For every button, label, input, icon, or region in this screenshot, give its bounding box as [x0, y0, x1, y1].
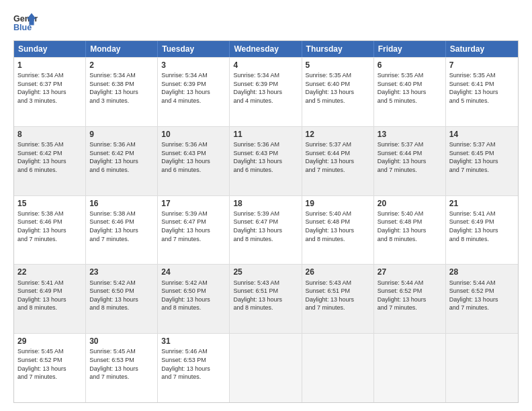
calendar-cell: 18Sunrise: 5:39 AMSunset: 6:47 PMDayligh… [230, 196, 302, 265]
weekday-header: Wednesday [230, 41, 302, 57]
weekday-header: Saturday [446, 41, 518, 57]
cell-info: Sunrise: 5:36 AMSunset: 6:43 PMDaylight:… [161, 140, 226, 174]
day-number: 1 [17, 60, 82, 71]
cell-info: Sunrise: 5:34 AMSunset: 6:39 PMDaylight:… [161, 71, 226, 105]
day-number: 18 [233, 198, 298, 209]
calendar-cell: 23Sunrise: 5:42 AMSunset: 6:50 PMDayligh… [86, 265, 158, 333]
day-number: 28 [449, 267, 515, 277]
calendar-cell: 19Sunrise: 5:40 AMSunset: 6:48 PMDayligh… [302, 196, 374, 265]
calendar-cell [446, 334, 518, 402]
day-number: 4 [233, 60, 298, 71]
calendar-cell: 24Sunrise: 5:42 AMSunset: 6:50 PMDayligh… [158, 265, 230, 333]
day-number: 31 [161, 336, 226, 347]
calendar-cell: 11Sunrise: 5:36 AMSunset: 6:43 PMDayligh… [230, 127, 302, 195]
calendar-cell: 1Sunrise: 5:34 AMSunset: 6:37 PMDaylight… [14, 58, 86, 126]
calendar-cell: 20Sunrise: 5:40 AMSunset: 6:48 PMDayligh… [374, 196, 446, 265]
day-number: 12 [306, 129, 370, 140]
day-number: 13 [378, 129, 442, 140]
calendar-cell [302, 334, 374, 402]
day-number: 16 [89, 198, 154, 209]
cell-info: Sunrise: 5:39 AMSunset: 6:47 PMDaylight:… [161, 210, 226, 243]
day-number: 3 [161, 60, 226, 71]
day-number: 24 [161, 267, 226, 277]
calendar-cell: 25Sunrise: 5:43 AMSunset: 6:51 PMDayligh… [230, 265, 302, 333]
cell-info: Sunrise: 5:36 AMSunset: 6:42 PMDaylight:… [89, 140, 154, 174]
calendar-cell: 13Sunrise: 5:37 AMSunset: 6:44 PMDayligh… [374, 127, 446, 195]
weekday-header: Thursday [302, 41, 374, 57]
header: General Blue [13, 11, 519, 35]
calendar-cell: 29Sunrise: 5:45 AMSunset: 6:52 PMDayligh… [14, 334, 86, 402]
cell-info: Sunrise: 5:35 AMSunset: 6:42 PMDaylight:… [17, 140, 82, 174]
calendar-cell: 8Sunrise: 5:35 AMSunset: 6:42 PMDaylight… [14, 127, 86, 195]
day-number: 9 [89, 129, 154, 140]
cell-info: Sunrise: 5:37 AMSunset: 6:44 PMDaylight:… [378, 140, 442, 174]
weekday-header: Sunday [14, 41, 86, 57]
calendar-row: 29Sunrise: 5:45 AMSunset: 6:52 PMDayligh… [14, 333, 518, 402]
calendar-cell: 27Sunrise: 5:44 AMSunset: 6:52 PMDayligh… [374, 265, 446, 333]
calendar-cell: 2Sunrise: 5:34 AMSunset: 6:38 PMDaylight… [86, 58, 158, 126]
day-number: 20 [378, 198, 442, 209]
cell-info: Sunrise: 5:35 AMSunset: 6:40 PMDaylight:… [306, 71, 370, 105]
day-number: 30 [89, 336, 154, 347]
day-number: 2 [89, 60, 154, 71]
calendar-cell [374, 334, 446, 402]
weekday-header: Monday [86, 41, 158, 57]
cell-info: Sunrise: 5:46 AMSunset: 6:53 PMDaylight:… [161, 347, 226, 381]
day-number: 10 [161, 129, 226, 140]
calendar-cell: 15Sunrise: 5:38 AMSunset: 6:46 PMDayligh… [14, 196, 86, 265]
cell-info: Sunrise: 5:38 AMSunset: 6:46 PMDaylight:… [89, 210, 154, 243]
cell-info: Sunrise: 5:41 AMSunset: 6:49 PMDaylight:… [17, 279, 82, 312]
calendar-row: 15Sunrise: 5:38 AMSunset: 6:46 PMDayligh… [14, 195, 518, 265]
cell-info: Sunrise: 5:45 AMSunset: 6:52 PMDaylight:… [17, 347, 82, 381]
calendar-cell: 4Sunrise: 5:34 AMSunset: 6:39 PMDaylight… [230, 58, 302, 126]
day-number: 17 [161, 198, 226, 209]
calendar-cell: 31Sunrise: 5:46 AMSunset: 6:53 PMDayligh… [158, 334, 230, 402]
calendar-cell: 17Sunrise: 5:39 AMSunset: 6:47 PMDayligh… [158, 196, 230, 265]
calendar-cell: 12Sunrise: 5:37 AMSunset: 6:44 PMDayligh… [302, 127, 374, 195]
calendar-row: 8Sunrise: 5:35 AMSunset: 6:42 PMDaylight… [14, 126, 518, 195]
cell-info: Sunrise: 5:45 AMSunset: 6:53 PMDaylight:… [89, 347, 154, 381]
cell-info: Sunrise: 5:34 AMSunset: 6:39 PMDaylight:… [233, 71, 298, 105]
logo-icon: General Blue [13, 11, 38, 35]
cell-info: Sunrise: 5:41 AMSunset: 6:49 PMDaylight:… [449, 210, 515, 243]
day-number: 6 [378, 60, 442, 71]
cell-info: Sunrise: 5:44 AMSunset: 6:52 PMDaylight:… [449, 279, 515, 312]
calendar-cell: 6Sunrise: 5:35 AMSunset: 6:40 PMDaylight… [374, 58, 446, 126]
day-number: 29 [17, 336, 82, 347]
calendar-cell: 21Sunrise: 5:41 AMSunset: 6:49 PMDayligh… [446, 196, 518, 265]
day-number: 8 [17, 129, 82, 140]
calendar-cell: 9Sunrise: 5:36 AMSunset: 6:42 PMDaylight… [86, 127, 158, 195]
calendar-header: SundayMondayTuesdayWednesdayThursdayFrid… [14, 41, 518, 57]
day-number: 21 [449, 198, 515, 209]
calendar-cell: 30Sunrise: 5:45 AMSunset: 6:53 PMDayligh… [86, 334, 158, 402]
day-number: 23 [89, 267, 154, 277]
cell-info: Sunrise: 5:37 AMSunset: 6:45 PMDaylight:… [449, 140, 515, 174]
calendar-cell: 3Sunrise: 5:34 AMSunset: 6:39 PMDaylight… [158, 58, 230, 126]
day-number: 27 [378, 267, 442, 277]
cell-info: Sunrise: 5:42 AMSunset: 6:50 PMDaylight:… [161, 279, 226, 312]
cell-info: Sunrise: 5:36 AMSunset: 6:43 PMDaylight:… [233, 140, 298, 174]
cell-info: Sunrise: 5:39 AMSunset: 6:47 PMDaylight:… [233, 210, 298, 243]
page: General Blue SundayMondayTuesdayWednesda… [0, 0, 532, 411]
cell-info: Sunrise: 5:40 AMSunset: 6:48 PMDaylight:… [378, 210, 442, 243]
day-number: 14 [449, 129, 515, 140]
calendar-cell [230, 334, 302, 402]
weekday-header: Tuesday [158, 41, 230, 57]
weekday-header: Friday [374, 41, 446, 57]
day-number: 7 [449, 60, 515, 71]
cell-info: Sunrise: 5:34 AMSunset: 6:37 PMDaylight:… [17, 71, 82, 105]
calendar-row: 1Sunrise: 5:34 AMSunset: 6:37 PMDaylight… [14, 57, 518, 126]
day-number: 19 [306, 198, 370, 209]
calendar-cell: 28Sunrise: 5:44 AMSunset: 6:52 PMDayligh… [446, 265, 518, 333]
day-number: 26 [306, 267, 370, 277]
svg-text:Blue: Blue [13, 23, 32, 32]
cell-info: Sunrise: 5:38 AMSunset: 6:46 PMDaylight:… [17, 210, 82, 243]
calendar-cell: 16Sunrise: 5:38 AMSunset: 6:46 PMDayligh… [86, 196, 158, 265]
cell-info: Sunrise: 5:43 AMSunset: 6:51 PMDaylight:… [233, 279, 298, 312]
calendar-row: 22Sunrise: 5:41 AMSunset: 6:49 PMDayligh… [14, 264, 518, 333]
calendar-cell: 14Sunrise: 5:37 AMSunset: 6:45 PMDayligh… [446, 127, 518, 195]
cell-info: Sunrise: 5:42 AMSunset: 6:50 PMDaylight:… [89, 279, 154, 312]
day-number: 11 [233, 129, 298, 140]
logo: General Blue [13, 11, 38, 35]
cell-info: Sunrise: 5:34 AMSunset: 6:38 PMDaylight:… [89, 71, 154, 105]
